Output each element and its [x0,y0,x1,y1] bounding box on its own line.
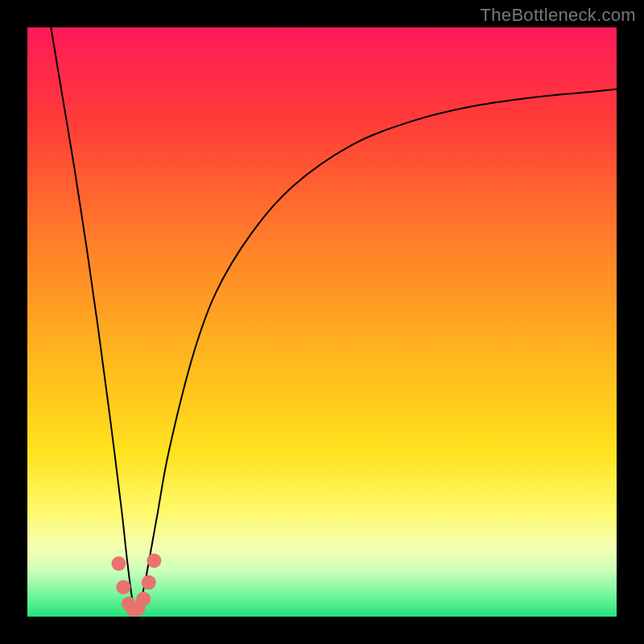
marker-point [147,553,161,568]
bottleneck-chart [27,27,617,617]
watermark-text: TheBottleneck.com [481,5,636,26]
marker-point [136,592,151,606]
plot-area [27,27,617,617]
marker-point [116,580,130,594]
chart-frame: TheBottleneck.com [0,0,644,644]
marker-point [111,556,126,571]
gradient-background [27,27,617,617]
marker-point [142,576,156,590]
